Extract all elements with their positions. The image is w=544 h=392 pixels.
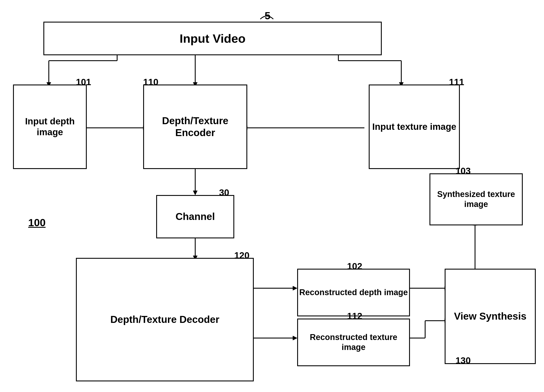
ref-130: 130 (455, 355, 471, 366)
ref-111: 111 (449, 77, 464, 87)
input-depth-box: Input depth image (13, 85, 87, 169)
ref-30: 30 (219, 187, 229, 198)
svg-marker-21 (293, 336, 297, 340)
ref-102: 102 (347, 261, 362, 271)
channel-box: Channel (156, 195, 234, 238)
svg-marker-19 (293, 286, 297, 290)
ref-101: 101 (76, 77, 91, 87)
system-label: 100 (28, 217, 46, 229)
decoder-box: Depth/Texture Decoder (76, 258, 254, 381)
ref-112: 112 (347, 311, 362, 321)
svg-marker-15 (193, 191, 197, 195)
recon-texture-box: Reconstructed texture image (297, 318, 410, 366)
view-synthesis-box: View Synthesis (445, 269, 536, 364)
recon-depth-box: Reconstructed depth image (297, 269, 410, 316)
ref-120: 120 (234, 250, 249, 261)
ref-103: 103 (455, 166, 471, 176)
input-texture-box: Input texture image (369, 85, 460, 169)
diagram: 5 Input Video Input depth image 101 Dept… (0, 0, 544, 392)
ref-5: 5 (265, 10, 271, 22)
synth-texture-box: Synthesized texture image (430, 173, 523, 225)
encoder-box: Depth/Texture Encoder (143, 85, 247, 169)
ref-110: 110 (143, 77, 158, 87)
input-video-box: Input Video (43, 22, 382, 55)
